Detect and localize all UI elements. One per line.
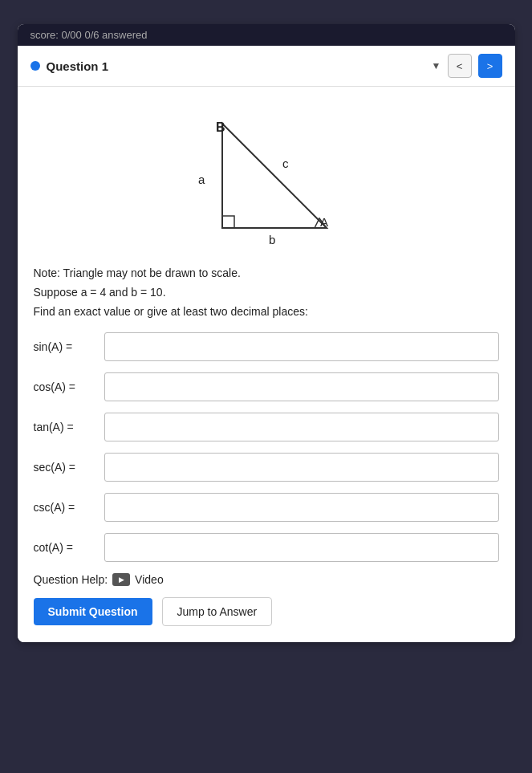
- find-text: Find an exact value or give at least two…: [34, 305, 499, 318]
- sec-a-input[interactable]: [104, 453, 499, 482]
- cot-a-row: cot(A) =: [34, 533, 499, 562]
- svg-rect-1: [222, 216, 234, 228]
- note-text: Note: Triangle may not be drawn to scale…: [34, 266, 499, 279]
- video-link[interactable]: Video: [135, 573, 164, 586]
- sin-a-input[interactable]: [104, 332, 499, 361]
- csc-a-label: csc(A) =: [34, 501, 98, 514]
- tan-a-row: tan(A) =: [34, 413, 499, 441]
- sin-a-row: sin(A) =: [34, 332, 499, 361]
- question-content: B a c b A Note: Triangle may not be draw…: [18, 87, 515, 642]
- question-help-label: Question Help:: [34, 573, 108, 586]
- triangle-diagram: B a c b A: [34, 108, 499, 252]
- score-text: score: 0/00 0/6 answered: [30, 29, 148, 41]
- cos-a-input[interactable]: [104, 372, 499, 401]
- svg-text:B: B: [216, 120, 225, 134]
- tan-a-label: tan(A) =: [34, 421, 98, 433]
- tan-a-input[interactable]: [104, 413, 499, 441]
- submit-question-button[interactable]: Submit Question: [34, 598, 152, 625]
- sec-a-row: sec(A) =: [34, 453, 499, 482]
- jump-to-answer-button[interactable]: Jump to Answer: [162, 597, 273, 626]
- cos-a-label: cos(A) =: [34, 380, 98, 393]
- question-label: Question 1: [47, 59, 425, 73]
- score-bar: score: 0/00 0/6 answered: [18, 24, 515, 46]
- nav-next-button[interactable]: >: [478, 54, 502, 78]
- cos-a-row: cos(A) =: [34, 372, 499, 401]
- cot-a-label: cot(A) =: [34, 541, 98, 554]
- svg-text:a: a: [198, 173, 205, 186]
- svg-text:c: c: [282, 157, 289, 170]
- sin-a-label: sin(A) =: [34, 340, 98, 353]
- cot-a-input[interactable]: [104, 533, 499, 562]
- question-dropdown[interactable]: ▼: [432, 60, 441, 71]
- question-header: Question 1 ▼ < >: [18, 46, 515, 87]
- video-icon: ▶: [112, 573, 130, 586]
- question-help-row: Question Help: ▶ Video: [34, 573, 499, 586]
- csc-a-row: csc(A) =: [34, 493, 499, 522]
- svg-marker-0: [222, 124, 327, 228]
- suppose-text: Suppose a = 4 and b = 10.: [34, 286, 499, 299]
- buttons-row: Submit Question Jump to Answer: [34, 597, 499, 626]
- sec-a-label: sec(A) =: [34, 461, 98, 474]
- nav-prev-button[interactable]: <: [448, 54, 472, 78]
- csc-a-input[interactable]: [104, 493, 499, 522]
- svg-text:b: b: [269, 233, 275, 246]
- question-dot: [30, 61, 40, 71]
